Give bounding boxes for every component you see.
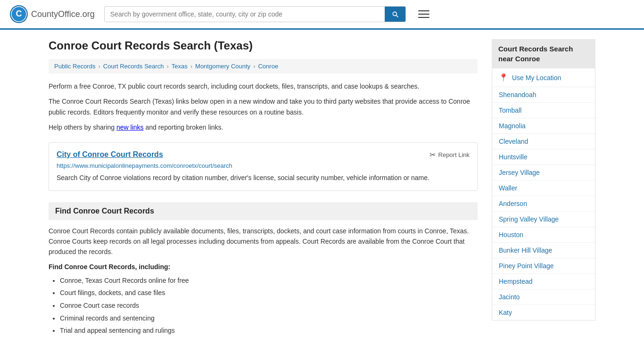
menu-line-1 <box>418 10 429 11</box>
record-url: https://www.municipalonlinepayments.com/… <box>57 162 470 169</box>
breadcrumb: Public Records › Court Records Search › … <box>49 59 478 74</box>
intro-paragraph-3: Help others by sharing new links and rep… <box>49 122 478 132</box>
report-link-label: Report Link <box>438 151 470 158</box>
use-location-link[interactable]: Use My Location <box>512 74 561 82</box>
breadcrumb-sep-3: › <box>190 63 192 70</box>
sidebar-link-jacinto[interactable]: Jacinto <box>492 289 595 305</box>
breadcrumb-sep-4: › <box>253 63 255 70</box>
record-desc: Search City of Conroe violations record … <box>57 173 470 183</box>
record-card-title-link[interactable]: City of Conroe Court Records <box>57 150 163 158</box>
report-icon: ✂ <box>429 150 436 159</box>
find-section-body: Conroe Court Records contain publicly av… <box>49 226 478 257</box>
sidebar-link-katy[interactable]: Katy <box>492 305 595 320</box>
intro-paragraph-2: The Conroe Court Records Search (Texas) … <box>49 96 478 117</box>
sidebar-link-anderson[interactable]: Anderson <box>492 196 595 212</box>
sidebar: Court Records Search near Conroe 📍 Use M… <box>492 39 595 337</box>
record-card-header: City of Conroe Court Records ✂ Report Li… <box>57 150 470 159</box>
list-item: Court filings, dockets, and case files <box>60 287 478 299</box>
logo-text: CountyOffice.org <box>31 9 95 19</box>
sidebar-link-bunker-hill-village[interactable]: Bunker Hill Village <box>492 243 595 258</box>
search-button[interactable] <box>385 7 405 22</box>
breadcrumb-conroe[interactable]: Conroe <box>258 63 278 70</box>
sidebar-title: Court Records Search near Conroe <box>492 39 595 68</box>
sidebar-link-huntsville[interactable]: Huntsville <box>492 149 595 165</box>
menu-line-3 <box>418 17 429 18</box>
list-item: Conroe Court case records <box>60 299 478 312</box>
search-input[interactable] <box>105 7 385 22</box>
svg-text:C: C <box>16 9 22 18</box>
menu-line-2 <box>418 14 429 15</box>
find-section-title: Find Conroe Court Records <box>55 207 154 215</box>
breadcrumb-public-records[interactable]: Public Records <box>54 63 95 70</box>
breadcrumb-sep-1: › <box>98 63 100 70</box>
content-area: Conroe Court Records Search (Texas) Publ… <box>49 39 478 337</box>
logo-link[interactable]: C CountyOffice.org <box>9 5 95 24</box>
list-item: Trial and appeal sentencing and rulings <box>60 324 478 337</box>
record-card: City of Conroe Court Records ✂ Report Li… <box>49 142 478 191</box>
record-card-title: City of Conroe Court Records <box>57 150 163 159</box>
search-area <box>104 6 406 22</box>
sidebar-link-tomball[interactable]: Tomball <box>492 103 595 118</box>
find-subtitle: Find Conroe Court Records, including: <box>49 263 478 271</box>
sidebar-link-cleveland[interactable]: Cleveland <box>492 134 595 149</box>
sidebar-link-piney-point-village[interactable]: Piney Point Village <box>492 258 595 274</box>
sidebar-link-jersey-village[interactable]: Jersey Village <box>492 165 595 181</box>
intro-paragraph-1: Perform a free Conroe, TX public court r… <box>49 81 478 91</box>
breadcrumb-texas[interactable]: Texas <box>172 63 188 70</box>
breadcrumb-sep-2: › <box>166 63 168 70</box>
new-links-link[interactable]: new links <box>116 123 144 131</box>
sidebar-link-shenandoah[interactable]: Shenandoah <box>492 87 595 103</box>
list-item: Conroe, Texas Court Records online for f… <box>60 274 478 287</box>
sidebar-link-magnolia[interactable]: Magnolia <box>492 118 595 134</box>
sidebar-link-spring-valley-village[interactable]: Spring Valley Village <box>492 212 595 227</box>
hamburger-menu-button[interactable] <box>415 8 432 21</box>
sidebar-link-hempstead[interactable]: Hempstead <box>492 274 595 289</box>
report-link-button[interactable]: ✂ Report Link <box>429 150 470 159</box>
breadcrumb-court-records-search[interactable]: Court Records Search <box>103 63 164 70</box>
page-title: Conroe Court Records Search (Texas) <box>49 39 478 52</box>
location-pin-icon: 📍 <box>499 73 508 82</box>
sidebar-link-waller[interactable]: Waller <box>492 181 595 196</box>
use-location-item: 📍 Use My Location <box>492 68 595 87</box>
sidebar-content: 📍 Use My Location Shenandoah Tomball Mag… <box>492 68 595 321</box>
logo-icon: C <box>9 5 28 24</box>
find-list: Conroe, Texas Court Records online for f… <box>49 274 478 337</box>
find-section-box: Find Conroe Court Records <box>49 202 478 220</box>
list-item: Criminal records and sentencing <box>60 312 478 325</box>
sidebar-link-houston[interactable]: Houston <box>492 227 595 243</box>
search-icon <box>391 10 399 18</box>
breadcrumb-montgomery-county[interactable]: Montgomery County <box>195 63 250 70</box>
